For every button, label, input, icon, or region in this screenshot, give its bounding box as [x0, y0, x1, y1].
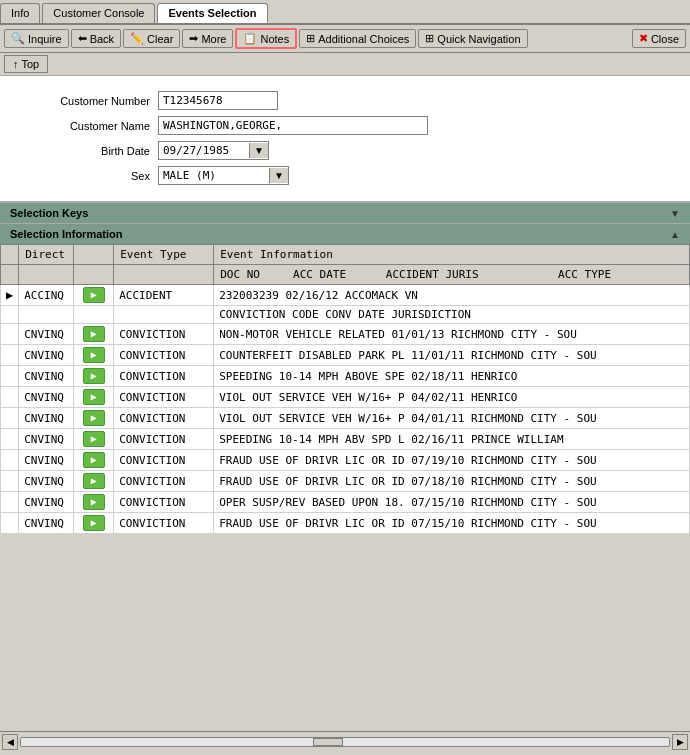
customer-number-input[interactable]: [158, 91, 278, 110]
event-info-cell: 232003239 02/16/12 ACCOMACK VN: [214, 285, 690, 306]
event-info-cell: NON-MOTOR VEHICLE RELATED 01/01/13 RICHM…: [214, 324, 690, 345]
more-button[interactable]: ➡ More: [182, 29, 233, 48]
direct-label-cell: CNVINQ: [19, 471, 74, 492]
event-type-cell: CONVICTION: [114, 324, 214, 345]
tab-customer-console[interactable]: Customer Console: [42, 3, 155, 23]
go-button[interactable]: ▶: [83, 389, 105, 405]
tab-info[interactable]: Info: [0, 3, 40, 23]
more-icon: ➡: [189, 32, 198, 45]
direct-button-cell[interactable]: ▶: [74, 471, 114, 492]
direct-button-cell[interactable]: ▶: [74, 429, 114, 450]
tab-bar: Info Customer Console Events Selection: [0, 0, 690, 25]
direct-button-cell[interactable]: ▶: [74, 513, 114, 534]
table-body: ▶ACCINQ▶ACCIDENT232003239 02/16/12 ACCOM…: [1, 285, 690, 534]
nav-icon: ⊞: [425, 32, 434, 45]
direct-button-cell[interactable]: ▶: [74, 366, 114, 387]
birth-date-label: Birth Date: [20, 145, 150, 157]
event-type-cell: CONVICTION: [114, 408, 214, 429]
scroll-left-button[interactable]: ◀: [2, 734, 18, 750]
clear-button[interactable]: ✏️ Clear: [123, 29, 180, 48]
search-icon: 🔍: [11, 32, 25, 45]
event-info-cell: SPEEDING 10-14 MPH ABV SPD L 02/16/11 PR…: [214, 429, 690, 450]
sex-input[interactable]: [159, 167, 269, 184]
col-event-type-sub: [114, 265, 214, 285]
selection-keys-header[interactable]: Selection Keys ▼: [0, 202, 690, 223]
direct-button-cell[interactable]: ▶: [74, 450, 114, 471]
scrollbar-track[interactable]: [20, 737, 670, 747]
direct-button-cell[interactable]: ▶: [74, 285, 114, 306]
event-info-cell: CONVICTION CODE CONV DATE JURISDICTION: [214, 306, 690, 324]
direct-label-cell: CNVINQ: [19, 408, 74, 429]
direct-button-cell[interactable]: ▶: [74, 324, 114, 345]
event-info-cell: FRAUD USE OF DRIVR LIC OR ID 07/18/10 RI…: [214, 471, 690, 492]
go-button[interactable]: ▶: [83, 473, 105, 489]
go-button[interactable]: ▶: [83, 410, 105, 426]
additional-choices-button[interactable]: ⊞ Additional Choices: [299, 29, 416, 48]
table-row: CONVICTION CODE CONV DATE JURISDICTION: [1, 306, 690, 324]
top-bar: ↑ Top: [0, 53, 690, 76]
col-event-info: Event Information: [214, 245, 690, 265]
event-type-cell: CONVICTION: [114, 492, 214, 513]
direct-label-cell: ACCINQ: [19, 285, 74, 306]
direct-label-cell: CNVINQ: [19, 387, 74, 408]
event-type-cell: CONVICTION: [114, 345, 214, 366]
birth-date-row: Birth Date ▼: [20, 141, 670, 160]
pointer-cell: [1, 513, 19, 534]
pointer-cell: [1, 450, 19, 471]
inquire-button[interactable]: 🔍 Inquire: [4, 29, 69, 48]
direct-label-cell: CNVINQ: [19, 429, 74, 450]
pointer-cell: [1, 429, 19, 450]
top-button[interactable]: ↑ Top: [4, 55, 48, 73]
go-button[interactable]: ▶: [83, 287, 105, 303]
direct-label-cell: CNVINQ: [19, 366, 74, 387]
main-content: Customer Number Customer Name Birth Date…: [0, 76, 690, 751]
table-row: CNVINQ▶CONVICTIONSPEEDING 10-14 MPH ABOV…: [1, 366, 690, 387]
direct-button-cell[interactable]: ▶: [74, 345, 114, 366]
direct-button-cell[interactable]: ▶: [74, 387, 114, 408]
pointer-cell: [1, 306, 19, 324]
clear-icon: ✏️: [130, 32, 144, 45]
close-icon: ✖: [639, 32, 648, 45]
close-button[interactable]: ✖ Close: [632, 29, 686, 48]
direct-label-cell: CNVINQ: [19, 492, 74, 513]
go-button[interactable]: ▶: [83, 515, 105, 531]
go-button[interactable]: ▶: [83, 368, 105, 384]
sex-dropdown[interactable]: ▼: [269, 168, 288, 183]
birth-date-dropdown[interactable]: ▼: [249, 143, 268, 158]
go-button[interactable]: ▶: [83, 494, 105, 510]
direct-button-cell[interactable]: ▶: [74, 408, 114, 429]
birth-date-wrapper: ▼: [158, 141, 269, 160]
direct-label-cell: CNVINQ: [19, 324, 74, 345]
col-direct: Direct: [19, 245, 74, 265]
quick-navigation-button[interactable]: ⊞ Quick Navigation: [418, 29, 527, 48]
go-button[interactable]: ▶: [83, 452, 105, 468]
go-button[interactable]: ▶: [83, 431, 105, 447]
selection-information-header[interactable]: Selection Information ▲: [0, 223, 690, 244]
birth-date-input[interactable]: [159, 142, 249, 159]
direct-label-cell: CNVINQ: [19, 450, 74, 471]
table-row: CNVINQ▶CONVICTIONVIOL OUT SERVICE VEH W/…: [1, 408, 690, 429]
scroll-right-button[interactable]: ▶: [672, 734, 688, 750]
sex-label: Sex: [20, 170, 150, 182]
table-row: CNVINQ▶CONVICTIONFRAUD USE OF DRIVR LIC …: [1, 450, 690, 471]
col-pointer: [1, 245, 19, 265]
customer-name-input[interactable]: [158, 116, 428, 135]
col-direct-sub: [19, 265, 74, 285]
event-info-cell: VIOL OUT SERVICE VEH W/16+ P 04/01/11 RI…: [214, 408, 690, 429]
direct-button-cell[interactable]: ▶: [74, 492, 114, 513]
table-row: CNVINQ▶CONVICTIONSPEEDING 10-14 MPH ABV …: [1, 429, 690, 450]
go-button[interactable]: ▶: [83, 326, 105, 342]
tab-events-selection[interactable]: Events Selection: [157, 3, 267, 23]
sex-wrapper: ▼: [158, 166, 289, 185]
scrollbar-thumb[interactable]: [313, 738, 343, 746]
col-event-type: Event Type: [114, 245, 214, 265]
event-type-cell: [114, 306, 214, 324]
table-header-row: Direct Event Type Event Information: [1, 245, 690, 265]
notes-button[interactable]: 📋 Notes: [235, 28, 297, 49]
table-row: CNVINQ▶CONVICTIONFRAUD USE OF DRIVR LIC …: [1, 471, 690, 492]
pointer-cell: ▶: [1, 285, 19, 306]
go-button[interactable]: ▶: [83, 347, 105, 363]
event-info-cell: FRAUD USE OF DRIVR LIC OR ID 07/19/10 RI…: [214, 450, 690, 471]
back-button[interactable]: ⬅ Back: [71, 29, 121, 48]
sex-row: Sex ▼: [20, 166, 670, 185]
